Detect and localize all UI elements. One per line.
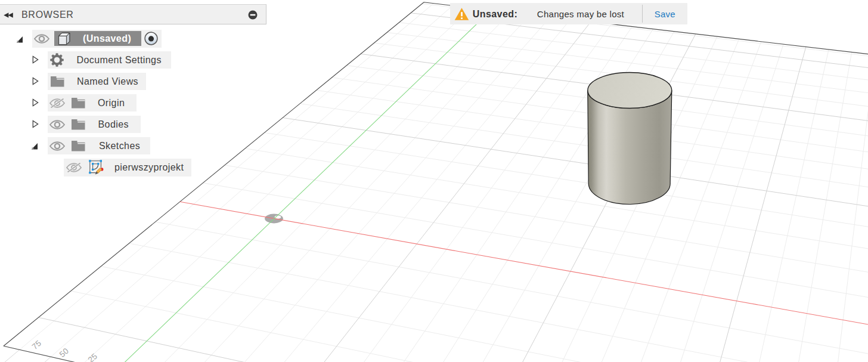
svg-text:50: 50 xyxy=(58,346,70,359)
svg-text:25: 25 xyxy=(86,352,99,362)
svg-text:75: 75 xyxy=(30,339,43,351)
